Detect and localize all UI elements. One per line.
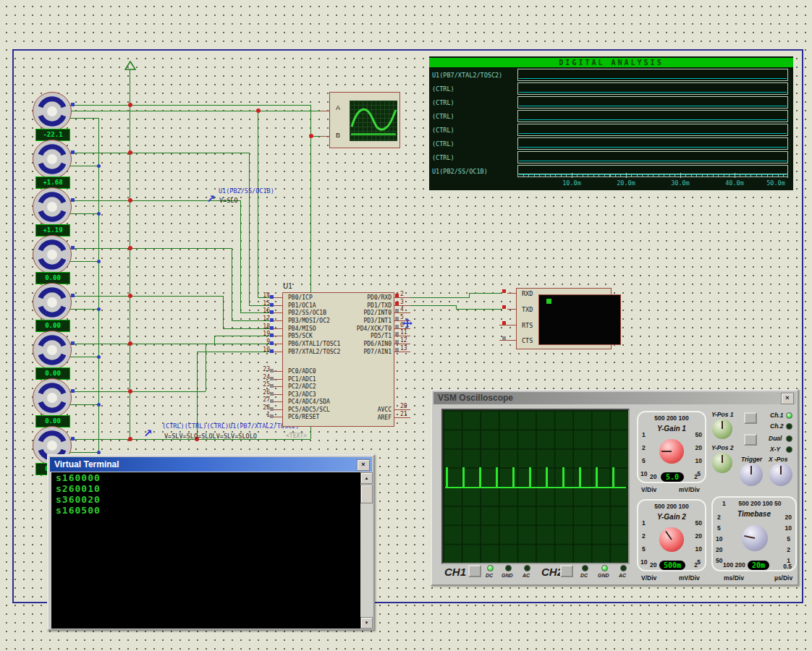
analogue-graph-component[interactable]: A B [329,92,400,148]
trigger-knob[interactable] [740,463,763,486]
sine-wave-icon [350,101,397,141]
terminal-line: s160500 [51,505,360,516]
virtual-terminal-component[interactable]: RXD TXD RTS CTS [516,288,612,349]
analysis-trace-row [517,96,788,109]
timebase-gauge: 1 500 200 100 50 Timebase 2 5 10 20 50 1… [711,496,797,571]
xpos-knob[interactable] [769,463,792,486]
ypos2-label: Y-Pos 2 [711,444,734,451]
encoder-shaft [47,345,57,355]
scroll-down-icon[interactable]: ▼ [360,617,373,629]
ypos1-label: Y-Pos 1 [711,411,734,418]
analysis-minor-ticks [517,174,788,177]
terminal-output[interactable]: s160000 s260010 s360020 s160500 [51,472,360,629]
analysis-trace-row [517,69,788,81]
scroll-thumb[interactable] [360,485,373,503]
rotary-encoder-2[interactable] [33,140,72,179]
virtual-terminal-title: Virtual Terminal [54,459,119,469]
vsm-oscilloscope-window[interactable]: VSM Oscilloscope × CH1 DC GND AC CH2 DC … [431,389,799,586]
ch1-coupling-button[interactable] [468,565,481,577]
rotary-encoder-3[interactable] [33,187,72,226]
graph-pin-a-stub [321,111,329,111]
axis-tick: 20.0m [610,179,642,187]
encoder-shaft [47,297,57,307]
timebase-readout: 20m [748,561,769,570]
timebase-knob[interactable] [742,525,768,551]
ch2-coupling-button[interactable] [560,565,573,577]
graph-pin-b-stub [321,136,329,137]
analysis-trace-row [517,110,788,122]
serial-pin-rxd: RXD [522,290,533,297]
probe2-value-label: V=SLV=SLO=SLOLV=SLV=SLOLO [164,433,257,440]
oscilloscope-titlebar[interactable]: VSM Oscilloscope [434,392,796,404]
ypos2-knob[interactable] [712,453,732,473]
graph-input-b-label: B [336,132,340,139]
rotary-encoder-4[interactable] [33,235,72,274]
axis-tick: 30.0m [664,179,696,187]
analysis-trace-row [517,124,788,136]
ch1-dc-led [487,565,494,571]
axis-tick: 40.0m [719,179,750,187]
terminal-line: s360020 [51,494,360,505]
virtual-terminal-window[interactable]: Virtual Terminal × s160000 s260010 s3600… [47,454,375,631]
analysis-channel-label: (CTRL) [432,85,454,93]
virtual-terminal-titlebar[interactable]: Virtual Terminal [50,457,372,472]
ypos1-knob[interactable] [712,419,732,439]
serial-pin-txd: TXD [522,306,533,313]
encoder-shaft [47,106,57,116]
graph-input-a-label: A [336,104,340,111]
xpos-label: X -Pos [769,456,787,463]
ygain1-gauge: 500 200 100 Y-Gain 1 1 2 5 10 20 50 20 1… [637,411,706,483]
ch1-ac-led [524,565,530,571]
analysis-channel-label: (CTRL) [432,154,454,161]
timebase-label: Timebase [713,510,795,518]
terminal-line: s260010 [51,483,360,494]
close-icon[interactable]: × [781,393,794,404]
analysis-trace-row [517,151,788,163]
probe2-net-label: (CTRL)(CTRL)(CTRL)U1(PB7/XTAL2/TOSC2) [162,422,299,430]
analysis-channel-label: (CTRL) [432,140,454,148]
ygain1-knob[interactable] [659,439,684,464]
xy-mode-led [786,446,792,453]
digital-analysis-window[interactable]: DIGITAL ANALYSIS U1(PB7/XTAL2/TOSC2) (CT… [429,56,793,190]
trigger-label: Trigger [741,456,762,463]
serial-screen [538,294,621,345]
ygain2-readout: 500m [659,561,685,570]
move-cursor-icon [402,318,413,328]
axis-tick: 10.0m [556,179,588,187]
analysis-channel-label: (CTRL) [432,113,454,120]
analysis-channel-label: (CTRL) [432,127,454,134]
terminal-scrollbar[interactable]: ▲ ▼ [360,472,373,629]
ygain2-knob[interactable] [659,527,684,552]
rotary-encoder-5[interactable] [33,283,72,322]
close-icon[interactable]: × [357,459,370,471]
encoder-shaft [47,202,57,212]
probe1-value-label: V=SLO [219,197,238,204]
encoder-shaft [47,250,57,260]
rotary-encoder-1[interactable] [33,92,72,131]
axis-tick: 50.0m [760,179,792,187]
scroll-up-icon[interactable]: ▲ [360,472,373,484]
chip-reference: U1 [283,282,292,290]
ygain1-readout: 5.0 [661,472,684,482]
ch-select-button-1[interactable] [744,412,757,424]
ch1-mode-led [786,412,792,419]
ch1-gnd-led [505,565,512,571]
terminal-cursor [546,299,551,304]
terminal-line: s160000 [51,472,360,483]
chip-text-placeholder: <TEXT> [286,433,307,439]
graph-screen [350,101,397,141]
ygain2-gauge: 500 200 100 Y-Gain 2 1 2 5 10 20 50 20 1… [637,499,706,571]
rotary-encoder-6[interactable] [33,331,72,370]
oscilloscope-screen [441,409,630,564]
voltage-probe-icon[interactable]: ↗ [143,427,153,440]
serial-pin-rts: RTS [522,322,533,329]
ch-select-button-2[interactable] [744,434,757,446]
voltage-probe-icon[interactable]: ↗ [206,192,216,205]
rotary-encoder-7[interactable] [33,378,72,417]
serial-pin-cts: CTS [522,337,533,344]
analysis-channel-label: U1(PB2/SS/OC1B) [432,168,488,175]
ch2-gnd-led [601,565,608,571]
analysis-trace-row [517,82,788,95]
proteus-schematic-canvas: -22.1 +1.68 +1.19 0.00 0.00 0.00 0.00 [0,0,812,651]
power-terminal-icon[interactable] [124,61,136,70]
